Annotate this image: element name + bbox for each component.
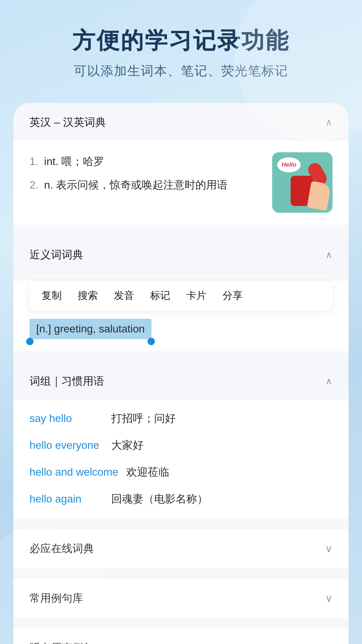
gap-4 — [13, 568, 349, 574]
word-group-chevron-icon: ∧ — [325, 376, 333, 387]
highlighted-row: [n.] greeting, salutation — [13, 311, 349, 351]
synonym-card: 复制 搜索 发音 标记 卡片 分享 [n.] greeting, salutat… — [13, 281, 349, 351]
header-subtitle: 可以添加生词本、笔记、荧光笔标记 — [20, 62, 342, 79]
phrase-chinese-1: 打招呼；问好 — [111, 411, 176, 426]
synonym-section: 近义词词典 ∧ 复制 搜索 发音 标记 卡片 分享 [n.] greeting,… — [13, 235, 349, 351]
phrase-item-1[interactable]: say hello 打招呼；问好 — [29, 411, 333, 426]
phrase-item-2[interactable]: hello everyone 大家好 — [29, 438, 333, 453]
context-menu: 复制 搜索 发音 标记 卡片 分享 — [29, 281, 333, 311]
en-zh-dict-title: 英汉 – 汉英词典 — [29, 115, 106, 130]
phrase-english-2: hello everyone — [29, 439, 103, 451]
phrase-chinese-2: 大家好 — [111, 438, 143, 453]
context-menu-copy[interactable]: 复制 — [42, 289, 62, 303]
context-menu-card[interactable]: 卡片 — [186, 289, 206, 303]
def-number-1: 1. — [29, 155, 39, 167]
gap-5 — [13, 618, 349, 623]
biyng-dict-title: 必应在线词典 — [29, 541, 94, 556]
definition-text: 1. int. 喂；哈罗 2. n. 表示问候，惊奇或唤起注意时的用语 — [29, 152, 262, 200]
header-title: 方便的学习记录功能 — [20, 27, 342, 54]
selection-handle-left — [26, 338, 34, 345]
definition-item-1: 1. int. 喂；哈罗 — [29, 152, 262, 170]
synonym-header[interactable]: 近义词词典 ∧ — [13, 235, 349, 273]
gap-1 — [13, 230, 349, 235]
common-sentences-chevron-icon: ∨ — [325, 592, 333, 604]
def-number-2: 2. — [29, 179, 39, 191]
def-text-1: int. 喂；哈罗 — [44, 155, 105, 167]
hello-illustration: Hello — [272, 152, 333, 213]
common-sentences-title: 常用例句库 — [29, 591, 83, 606]
context-menu-share[interactable]: 分享 — [223, 289, 243, 303]
word-group-title: 词组｜习惯用语 — [29, 374, 104, 389]
biyng-dict-section[interactable]: 必应在线词典 ∨ — [13, 529, 349, 568]
phrase-item-4[interactable]: hello again 回魂妻（电影名称） — [29, 492, 333, 506]
en-zh-dict-header[interactable]: 英汉 – 汉英词典 ∧ — [13, 103, 349, 140]
context-menu-pronounce[interactable]: 发音 — [114, 289, 134, 303]
word-group-header[interactable]: 词组｜习惯用语 ∧ — [13, 362, 349, 399]
synonym-chevron-icon: ∧ — [325, 249, 333, 260]
listening-sentences-plus-icon: + — [325, 641, 333, 644]
phrase-chinese-4: 回魂妻（电影名称） — [111, 492, 208, 506]
common-sentences-section[interactable]: 常用例句库 ∨ — [13, 579, 349, 618]
biyng-dict-chevron-icon: ∨ — [325, 543, 333, 554]
phrase-english-3: hello and welcome — [29, 466, 118, 478]
phrase-item-3[interactable]: hello and welcome 欢迎莅临 — [29, 465, 333, 480]
header: 方便的学习记录功能 可以添加生词本、笔记、荧光笔标记 — [0, 0, 362, 93]
word-group-card: say hello 打招呼；问好 hello everyone 大家好 hell… — [13, 399, 349, 519]
listening-sentences-section[interactable]: 听力原声例句 + — [13, 629, 349, 644]
gap-2 — [13, 351, 349, 357]
highlighted-content: [n.] greeting, salutation — [36, 323, 145, 335]
phrase-english-4: hello again — [29, 493, 103, 505]
definition-card: 1. int. 喂；哈罗 2. n. 表示问候，惊奇或唤起注意时的用语 Hell… — [13, 140, 349, 225]
synonym-title: 近义词词典 — [29, 248, 83, 262]
context-menu-search[interactable]: 搜索 — [78, 289, 98, 303]
main-card: 英汉 – 汉英词典 ∧ 1. int. 喂；哈罗 2. n. 表示问候，惊奇或唤… — [13, 103, 349, 644]
highlighted-text: [n.] greeting, salutation — [29, 319, 152, 339]
word-group-section: 词组｜习惯用语 ∧ say hello 打招呼；问好 hello everyon… — [13, 362, 349, 519]
def-text-2: n. 表示问候，惊奇或唤起注意时的用语 — [44, 179, 228, 191]
context-menu-mark[interactable]: 标记 — [150, 289, 170, 303]
phrase-english-1: say hello — [29, 412, 103, 425]
selection-handle-right — [147, 338, 155, 345]
gap-3 — [13, 519, 349, 524]
listening-sentences-title: 听力原声例句 — [29, 641, 94, 644]
definition-item-2: 2. n. 表示问候，惊奇或唤起注意时的用语 — [29, 176, 262, 194]
phrase-chinese-3: 欢迎莅临 — [126, 465, 169, 480]
en-zh-dict-chevron-icon: ∧ — [325, 117, 333, 128]
